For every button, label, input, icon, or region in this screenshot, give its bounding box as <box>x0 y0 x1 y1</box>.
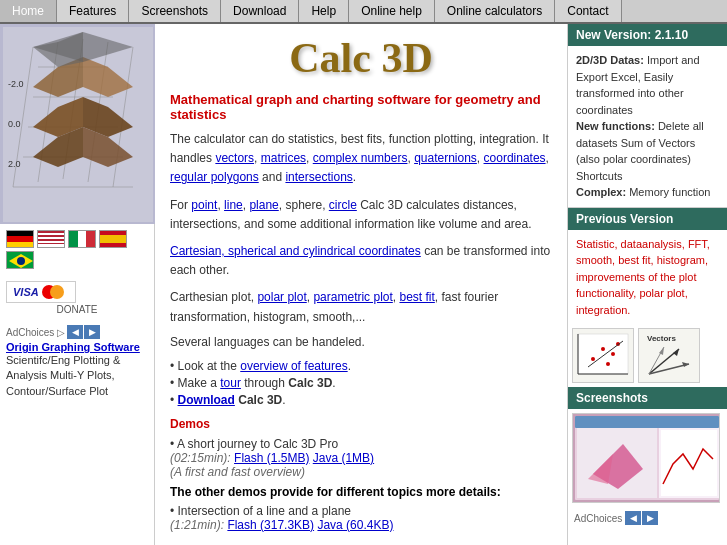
navigation-bar: Home Features Screenshots Download Help … <box>0 0 727 24</box>
sidebar-graph-image: 2.0 0.0 -2.0 <box>0 24 155 224</box>
link-tour[interactable]: tour <box>220 376 241 390</box>
new-version-header: New Version: 2.1.10 <box>568 24 727 46</box>
bullet-download-suffix: Calc 3D. <box>238 393 285 407</box>
flag-usa[interactable] <box>37 230 65 248</box>
right-ad-prev[interactable]: ◀ <box>625 511 641 525</box>
demo2-header: The other demos provide for different to… <box>170 485 552 499</box>
prev-version-content[interactable]: Statistic, dataanalysis, FFT, smooth, be… <box>568 230 727 325</box>
flag-germany[interactable] <box>6 230 34 248</box>
plot-paragraph: Carthesian plot, polar plot, parametric … <box>170 288 552 326</box>
bullet-tour: Make a tour through Calc 3D. <box>170 376 552 390</box>
bullet-tour-suffix: through Calc 3D. <box>244 376 335 390</box>
link-coordinates[interactable]: coordinates <box>484 151 546 165</box>
bullet-overview: Look at the overview of features. <box>170 359 552 373</box>
link-quaternions[interactable]: quaternions <box>414 151 477 165</box>
nav-download[interactable]: Download <box>221 0 299 22</box>
new-functions-label: New functions: Delete all datasets Sum o… <box>576 120 704 182</box>
bullet-download: Download Calc 3D. <box>170 393 552 407</box>
link-point[interactable]: point <box>191 198 217 212</box>
right-sidebar: New Version: 2.1.10 2D/3D Datas: Import … <box>567 24 727 545</box>
link-vectors[interactable]: vectors <box>215 151 254 165</box>
donate-label: DONATE <box>6 304 148 315</box>
vectors-chart: Vectors <box>638 328 700 383</box>
plot-prefix: Carthesian plot, <box>170 290 257 304</box>
main-content: Calc 3D Mathematical graph and charting … <box>155 24 567 545</box>
right-ad-section: AdChoices ◀ ▶ <box>568 507 727 529</box>
right-ad-choices: AdChoices <box>574 513 622 524</box>
svg-rect-44 <box>575 416 719 428</box>
demo2-text: • Intersection of a line and a plane <box>170 504 351 518</box>
svg-point-23 <box>17 257 25 265</box>
languages-paragraph: Several languages can be handeled. <box>170 335 552 349</box>
feature-bullets: Look at the overview of features. Make a… <box>170 359 552 407</box>
nav-contact[interactable]: Contact <box>555 0 621 22</box>
flag-spain[interactable] <box>99 230 127 248</box>
demo1-time: (02:15min): <box>170 451 231 465</box>
screenshot-preview <box>568 409 727 507</box>
period: . <box>353 170 356 184</box>
bullet-tour-text: Make a <box>178 376 221 390</box>
nav-home[interactable]: Home <box>0 0 57 22</box>
flag-brazil[interactable] <box>6 251 34 269</box>
right-ad-arrows: ◀ ▶ <box>625 511 658 525</box>
svg-text:0.0: 0.0 <box>8 119 21 129</box>
demo2: • Intersection of a line and a plane (1:… <box>170 504 552 532</box>
svg-text:-2.0: -2.0 <box>8 79 24 89</box>
svg-point-27 <box>601 347 605 351</box>
right-ad-next[interactable]: ▶ <box>642 511 658 525</box>
ad-link[interactable]: Origin Graphing Software <box>6 341 148 353</box>
coords-paragraph: Cartesian, spherical and cylindrical coo… <box>170 242 552 280</box>
ad-section: AdChoices ▷ ◀ ▶ Origin Graphing Software… <box>0 321 154 403</box>
svg-rect-25 <box>578 334 628 374</box>
and-text: and <box>262 170 285 184</box>
scatter-chart <box>572 328 634 383</box>
link-demo2-flash[interactable]: Flash (317.3KB) <box>227 518 314 532</box>
new-version-content: 2D/3D Datas: Import and Export Excel, Ea… <box>568 46 727 207</box>
link-overview[interactable]: overview of features <box>240 359 347 373</box>
link-demo1-flash[interactable]: Flash (1.5MB) <box>234 451 309 465</box>
prev-version-header: Previous Version <box>568 208 727 230</box>
demo1-bullet: • <box>170 437 177 451</box>
screenshots-header: Screenshots <box>568 387 727 409</box>
link-download[interactable]: Download <box>178 393 235 407</box>
svg-text:2.0: 2.0 <box>8 159 21 169</box>
svg-point-28 <box>606 362 610 366</box>
flag-italy[interactable] <box>68 230 96 248</box>
ad-choices-label: AdChoices ▷ ◀ ▶ <box>6 325 148 339</box>
link-demo2-java[interactable]: Java (60.4KB) <box>317 518 393 532</box>
screenshot-image <box>572 413 720 503</box>
link-plane[interactable]: plane <box>249 198 278 212</box>
language-flags <box>0 224 154 275</box>
ad-description: Scientifc/Eng Plotting & Analysis Multi-… <box>6 353 148 399</box>
features-paragraph: For point, line, plane, sphere, circle C… <box>170 196 552 234</box>
link-complex-numbers[interactable]: complex numbers <box>313 151 408 165</box>
link-circle[interactable]: circle <box>329 198 357 212</box>
page-title: Calc 3D <box>170 34 552 82</box>
demo1-text: A short journey to Calc 3D Pro <box>177 437 338 451</box>
visa-label: VISA <box>13 286 39 298</box>
left-sidebar: 2.0 0.0 -2.0 VISA <box>0 24 155 545</box>
link-polar-plot[interactable]: polar plot <box>257 290 306 304</box>
ad-nav-arrows: ◀ ▶ <box>67 325 100 339</box>
link-regular-polygons[interactable]: regular polygons <box>170 170 259 184</box>
link-line[interactable]: line <box>224 198 243 212</box>
link-intersections[interactable]: intersections <box>285 170 352 184</box>
donate-button[interactable]: VISA DONATE <box>6 281 148 315</box>
link-coords[interactable]: Cartesian, spherical and cylindrical coo… <box>170 244 421 258</box>
ad-prev-arrow[interactable]: ◀ <box>67 325 83 339</box>
nav-screenshots[interactable]: Screenshots <box>129 0 221 22</box>
bullet-overview-text: Look at the <box>178 359 241 373</box>
nav-online-calculators[interactable]: Online calculators <box>435 0 555 22</box>
nav-features[interactable]: Features <box>57 0 129 22</box>
svg-text:Vectors: Vectors <box>647 334 676 343</box>
chart-preview: Vectors <box>568 324 727 387</box>
nav-help[interactable]: Help <box>299 0 349 22</box>
link-parametric-plot[interactable]: parametric plot <box>313 290 392 304</box>
link-best-fit[interactable]: best fit <box>399 290 434 304</box>
demos-label: Demos <box>170 417 552 431</box>
complex-label: Complex: Memory function <box>576 186 711 198</box>
link-demo1-java[interactable]: Java (1MB) <box>313 451 374 465</box>
nav-online-help[interactable]: Online help <box>349 0 435 22</box>
ad-next-arrow[interactable]: ▶ <box>84 325 100 339</box>
link-matrices[interactable]: matrices <box>261 151 306 165</box>
